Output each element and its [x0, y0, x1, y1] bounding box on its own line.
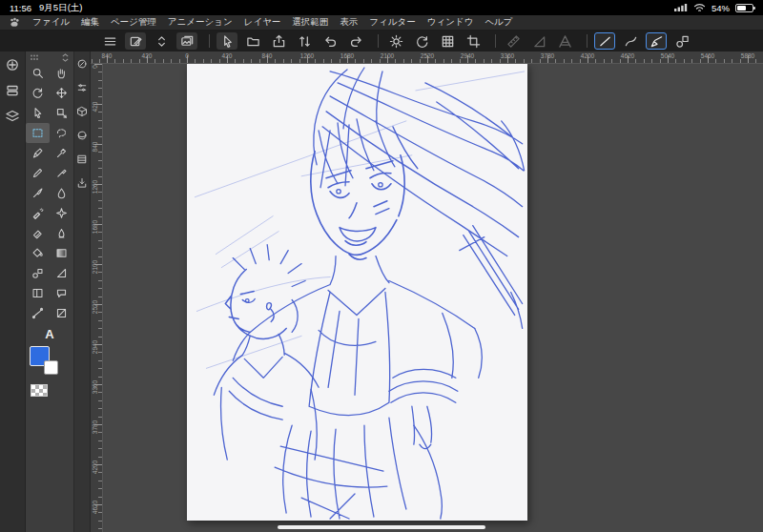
tool-hand[interactable] — [50, 63, 73, 83]
transparent-color-swatch[interactable] — [31, 384, 48, 397]
menu-item[interactable]: 編集 — [81, 16, 99, 29]
horizontal-ruler: 8404200420840126016802100252029403360378… — [91, 51, 763, 64]
snap-grid-icon[interactable] — [554, 32, 575, 50]
tool-pen[interactable] — [26, 143, 50, 163]
ruler-label: 4200 — [91, 460, 100, 475]
tool-select-object[interactable] — [50, 103, 73, 123]
left-dock — [0, 51, 26, 532]
open-file-icon[interactable] — [242, 32, 263, 50]
tool-panel[interactable] — [50, 303, 73, 323]
tool-move-layer[interactable] — [50, 83, 73, 103]
tool-gradient[interactable] — [50, 243, 73, 263]
menu-item[interactable]: 選択範囲 — [292, 16, 328, 29]
canvas-viewport[interactable] — [103, 64, 763, 532]
ruler-label: 2100 — [381, 52, 394, 59]
battery-percent: 54% — [711, 3, 730, 13]
gallery-icon[interactable] — [176, 32, 197, 50]
brightness-settings-icon[interactable] — [385, 32, 406, 50]
ruler-label: 840 — [262, 52, 273, 59]
material-stack-icon[interactable] — [76, 153, 88, 165]
menu-item[interactable]: アニメーション — [168, 16, 233, 29]
palette-collapse-icon[interactable] — [61, 53, 70, 62]
canvas-page[interactable] — [187, 64, 527, 521]
tool-palette: A — [26, 51, 74, 532]
palette-dock-icon[interactable] — [5, 83, 20, 98]
tool-decoration[interactable] — [50, 203, 73, 223]
tool-rotate-canvas[interactable] — [26, 83, 50, 103]
tool-ruler[interactable] — [50, 263, 73, 283]
layer-dock-icon[interactable] — [5, 109, 20, 124]
color-area — [26, 346, 73, 413]
material-download-icon[interactable] — [76, 177, 88, 189]
menu-item[interactable]: ウィンドウ — [427, 16, 474, 29]
ruler-label: 5460 — [701, 52, 714, 59]
ruler-label: 0 — [91, 59, 100, 74]
menu-icon[interactable] — [99, 32, 120, 50]
sub-color-swatch[interactable] — [44, 360, 58, 375]
tool-fill[interactable] — [26, 243, 50, 263]
vertical-ruler: 0420840126016802100252029403360378042004… — [91, 64, 103, 532]
ruler-label: 2940 — [91, 339, 100, 355]
cellular-icon — [674, 3, 688, 12]
tool-zoom[interactable] — [26, 63, 50, 83]
redo-icon[interactable] — [345, 32, 366, 50]
line-straight-icon[interactable] — [594, 32, 615, 50]
tool-frame-border[interactable] — [26, 283, 50, 303]
tool-property-icon[interactable] — [76, 82, 88, 93]
menu-item[interactable]: フィルター — [369, 16, 415, 29]
menu-item[interactable]: ヘルプ — [485, 16, 512, 29]
undo-icon[interactable] — [320, 32, 340, 50]
canvas-edit-icon[interactable] — [125, 32, 146, 50]
sphere-material-icon[interactable] — [76, 130, 88, 141]
page-flip-icon[interactable] — [151, 32, 172, 50]
line-curve-icon[interactable] — [620, 32, 641, 50]
trim-crop-icon[interactable] — [463, 32, 484, 50]
tool-brush[interactable] — [26, 183, 50, 203]
ruler-label: 1260 — [91, 179, 100, 194]
workspace-circle-icon[interactable] — [5, 57, 20, 72]
tool-operate-object[interactable] — [26, 103, 50, 123]
reorder-icon[interactable] — [294, 32, 315, 50]
snap-special-ruler-icon[interactable] — [528, 32, 549, 50]
cube-3d-icon[interactable] — [76, 106, 88, 117]
tool-marker[interactable] — [50, 163, 73, 183]
tool-eyedropper[interactable] — [50, 143, 73, 163]
date: 9月5日(土) — [39, 2, 82, 14]
ruler-label: 840 — [102, 52, 113, 59]
menu-item[interactable]: ファイル — [32, 16, 70, 29]
tool-line-correction[interactable] — [26, 303, 50, 323]
palette-header[interactable] — [26, 51, 73, 63]
tool-balloon[interactable] — [50, 283, 73, 303]
ruler-label: 1260 — [300, 52, 314, 59]
tool-pencil[interactable] — [26, 163, 50, 183]
ruler-label: 5880 — [741, 52, 754, 59]
figure-shapes-icon[interactable] — [671, 32, 692, 50]
toolbar-separator — [378, 34, 379, 48]
tool-text[interactable]: A — [26, 325, 73, 342]
tool-blend[interactable] — [50, 223, 73, 243]
line-polyline-icon[interactable] — [646, 32, 667, 50]
touch-pointer-icon[interactable] — [217, 32, 237, 50]
ruler-label: 4200 — [581, 52, 594, 59]
tool-lasso[interactable] — [50, 123, 73, 143]
menu-item[interactable]: ページ管理 — [111, 16, 156, 29]
ruler-label: 420 — [222, 52, 233, 59]
tool-eraser[interactable] — [26, 223, 50, 243]
tool-airbrush[interactable] — [26, 203, 50, 223]
share-export-icon[interactable] — [268, 32, 289, 50]
navigator-icon[interactable] — [76, 58, 88, 70]
tool-watercolor[interactable] — [50, 183, 73, 203]
ruler-label: 420 — [142, 52, 153, 59]
menu-item[interactable]: レイヤー — [244, 16, 281, 29]
home-indicator[interactable] — [278, 525, 485, 529]
snap-ruler-icon[interactable] — [503, 32, 524, 50]
ruler-label: 2940 — [461, 52, 474, 59]
grid-icon[interactable] — [437, 32, 458, 50]
menu-item[interactable]: 表示 — [340, 16, 358, 29]
rotate-reset-icon[interactable] — [411, 32, 432, 50]
menu-items: ファイル編集ページ管理アニメーションレイヤー選択範囲表示フィルターウィンドウヘル… — [32, 16, 513, 29]
sketch-strokes — [214, 68, 524, 519]
palette-grip-icon — [30, 54, 39, 61]
tool-figure[interactable] — [26, 263, 50, 283]
tool-marquee[interactable] — [26, 123, 50, 143]
